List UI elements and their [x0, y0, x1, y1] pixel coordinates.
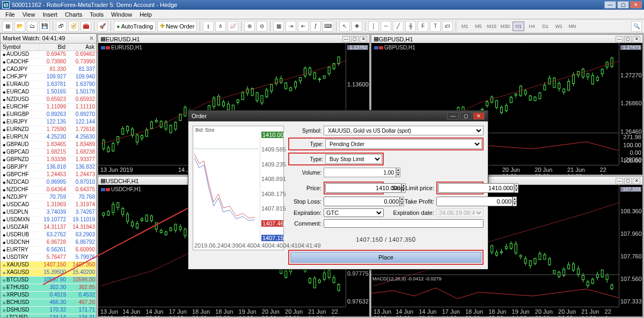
dialog-maximize-icon[interactable]: ▢ — [460, 112, 472, 120]
market-watch-close-icon[interactable]: ✕ — [89, 35, 94, 42]
market-watch-row[interactable]: XAUUSD1407.1501407.350 — [1, 262, 96, 269]
chart-min-icon[interactable]: — — [616, 36, 623, 42]
menu-window[interactable]: Window — [108, 11, 135, 18]
market-watch-row[interactable]: BTCUSD10597.9010598.00 — [1, 277, 96, 284]
tf-m15[interactable]: M15 — [486, 21, 497, 31]
chart-max-icon[interactable]: ▢ — [624, 178, 632, 184]
chart-min-icon[interactable]: — — [342, 36, 350, 42]
tf-h4[interactable]: H4 — [526, 21, 538, 31]
chart-max-icon[interactable]: ▢ — [624, 36, 632, 42]
shift-icon[interactable]: ⇤ — [298, 21, 309, 32]
market-watch-row[interactable]: GBPCHF1.244531.24473 — [1, 171, 96, 179]
candle-chart-icon[interactable]: 🕯 — [215, 21, 226, 32]
autoscroll-icon[interactable]: ⇥ — [286, 21, 296, 32]
market-watch-row[interactable]: EURGBP0.892630.89270 — [1, 111, 96, 119]
new-chart-icon[interactable]: ▦ — [2, 21, 13, 32]
dialog-close-icon[interactable]: ✕ — [473, 112, 485, 120]
market-watch-row[interactable]: AUDUSD0.694750.69482 — [1, 51, 96, 59]
market-watch-row[interactable]: GBPJPY136.818136.832 — [1, 164, 96, 171]
tf-m5[interactable]: M5 — [472, 21, 484, 31]
chart-close-icon[interactable]: ✕ — [633, 178, 640, 184]
market-watch-row[interactable]: NZDCAD0.869950.87010 — [1, 179, 96, 186]
fibo-icon[interactable]: F — [418, 21, 428, 32]
chart-close-icon[interactable]: ✕ — [360, 36, 367, 42]
minimize-button[interactable]: — — [604, 1, 616, 9]
text-label-icon[interactable]: 🏷 — [442, 21, 453, 32]
cursor-icon[interactable]: ↖ — [339, 21, 350, 32]
bar-chart-icon[interactable]: ⫿ — [203, 21, 214, 32]
market-watch-row[interactable]: CADJPY81.33081.337 — [1, 66, 96, 74]
market-watch-row[interactable]: BCHUSD466.30467.20 — [1, 299, 96, 307]
toolbox-icon[interactable]: 🧰 — [80, 21, 91, 32]
market-watch-body[interactable]: AUDUSD0.694750.69482CADCHF0.739800.73990… — [1, 51, 96, 317]
tf-m1[interactable]: M1 — [459, 21, 471, 31]
volume-spinner[interactable]: ▲▼ — [396, 168, 400, 177]
market-watch-row[interactable]: EURCHF1.110991.11110 — [1, 104, 96, 111]
dialog-minimize-icon[interactable]: — — [447, 112, 459, 120]
crosshair-icon[interactable]: ✚ — [352, 21, 362, 32]
market-watch-row[interactable]: EURCAD1.501651.50178 — [1, 89, 96, 96]
market-watch-row[interactable]: DSHUSD170.32171.71 — [1, 307, 96, 314]
close-button[interactable]: ✕ — [630, 1, 642, 9]
market-watch-row[interactable]: NZDUSD0.659230.65932 — [1, 96, 96, 104]
tp-spinner[interactable]: ▲▼ — [513, 197, 517, 206]
stoplimit-spinner[interactable]: ▲▼ — [514, 183, 518, 193]
chart-close-icon[interactable]: ✕ — [633, 36, 640, 42]
market-watch-row[interactable]: GBPNZD1.933381.93377 — [1, 156, 96, 164]
autotrading-button[interactable]: ●AutoTrading — [114, 21, 156, 32]
place-button[interactable]: Place — [290, 252, 481, 263]
search-icon[interactable]: 🔍 — [631, 21, 642, 32]
market-watch-row[interactable]: EURPLN4.252304.25630 — [1, 134, 96, 141]
equidistant-icon[interactable]: ╫ — [405, 21, 416, 32]
market-watch-row[interactable]: ETHUSD302.30302.85 — [1, 284, 96, 292]
market-watch-row[interactable]: EURJPY122.135122.144 — [1, 119, 96, 126]
comment-input[interactable] — [324, 219, 484, 228]
chart-max-icon[interactable]: ▢ — [351, 36, 358, 42]
vline-icon[interactable]: │ — [368, 21, 379, 32]
market-watch-row[interactable]: USDRUB63.276263.2903 — [1, 232, 96, 239]
market-watch-row[interactable]: LTCUSD134.14134.31 — [1, 314, 96, 317]
tf-w1[interactable]: W1 — [553, 21, 565, 31]
tf-m30[interactable]: M30 — [499, 21, 511, 31]
market-watch-row[interactable]: USDTRY5.764775.79976 — [1, 254, 96, 262]
pending-type-select[interactable]: Buy Stop Limit — [325, 154, 382, 164]
text-icon[interactable]: T — [430, 21, 441, 32]
new-order-button[interactable]: ✚New Order — [157, 21, 197, 32]
hline-icon[interactable]: ─ — [380, 21, 391, 32]
market-watch-row[interactable]: CHFJPY109.927109.940 — [1, 74, 96, 81]
zoom-in-icon[interactable]: ⊕ — [244, 21, 255, 32]
market-watch-row[interactable]: GBPAUD1.834651.83489 — [1, 141, 96, 149]
tf-h1[interactable]: H1 — [513, 21, 524, 31]
expdate-select[interactable]: 24.06.19 08:40 — [436, 208, 484, 217]
market-watch-row[interactable]: EURAUD1.637811.63790 — [1, 81, 96, 89]
market-watch-row[interactable]: USDMXN19.1077219.11019 — [1, 216, 96, 224]
market-watch-row[interactable]: EURTRY6.562616.60990 — [1, 247, 96, 254]
menu-tools[interactable]: Tools — [86, 11, 107, 18]
menu-file[interactable]: File — [2, 11, 18, 18]
zoom-out-icon[interactable]: ⊖ — [257, 21, 267, 32]
market-watch-row[interactable]: EURNZD1.725901.72616 — [1, 126, 96, 134]
market-watch-row[interactable]: XAGUSD15.3950015.40200 — [1, 269, 96, 277]
menu-insert[interactable]: Insert — [39, 11, 61, 18]
chart-min-icon[interactable]: — — [616, 178, 623, 184]
order-type-select[interactable]: Pending Order — [325, 139, 482, 149]
tf-d1[interactable]: D1 — [539, 21, 551, 31]
market-watch-row[interactable]: GBPCAD1.682151.68238 — [1, 149, 96, 156]
strategy-tester-icon[interactable]: 🚀 — [97, 21, 108, 32]
indicators-icon[interactable]: ƒ — [310, 21, 321, 32]
market-watch-row[interactable]: NZDCHF0.643640.64375 — [1, 186, 96, 194]
profile-icon[interactable]: 🗂 — [27, 21, 38, 32]
expiration-select[interactable]: GTC — [324, 208, 384, 217]
market-watch-row[interactable]: USDCNH6.867286.86792 — [1, 239, 96, 247]
tile-icon[interactable]: ▦ — [273, 21, 284, 32]
volume-input[interactable] — [324, 168, 396, 177]
menu-help[interactable]: Help — [136, 11, 155, 18]
market-watch-row[interactable]: USDZAR14.3113714.31943 — [1, 224, 96, 232]
line-chart-icon[interactable]: 📈 — [228, 21, 238, 32]
trendline-icon[interactable]: ╱ — [393, 21, 404, 32]
market-watch-row[interactable]: NZDJPY70.75970.768 — [1, 194, 96, 201]
market-watch-icon[interactable]: 🗗 — [56, 21, 67, 32]
tp-input[interactable] — [436, 197, 513, 206]
navigator-icon[interactable]: 🧭 — [68, 21, 79, 32]
open-icon[interactable]: 📂 — [14, 21, 25, 32]
